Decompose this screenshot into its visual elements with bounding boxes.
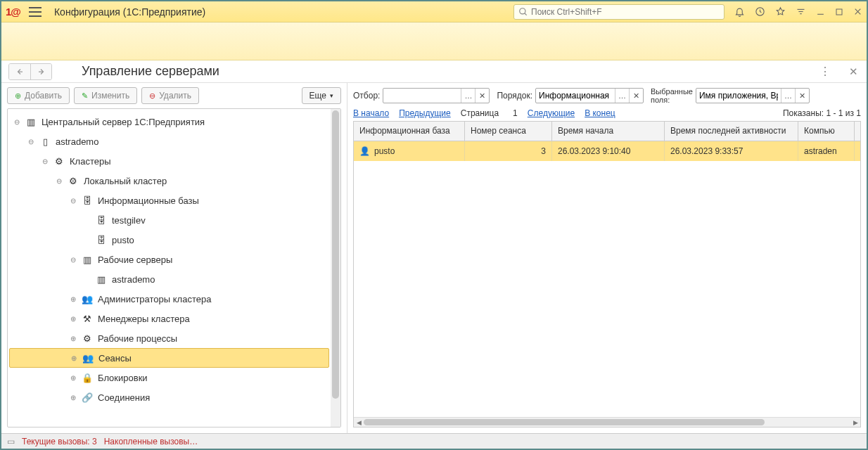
ellipsis-icon[interactable]: … (781, 89, 795, 103)
expand-icon[interactable]: ⊕ (68, 373, 78, 382)
th-start-time[interactable]: Время начала (552, 122, 665, 141)
order-combo[interactable]: … ✕ (535, 88, 644, 103)
table-row[interactable]: 👤pusto 3 26.03.2023 9:10:40 26.03.2023 9… (354, 141, 860, 161)
expand-icon[interactable]: ⊕ (68, 314, 78, 323)
page-last-link[interactable]: В конец (585, 108, 615, 118)
tree-node-work-servers[interactable]: ⊖▥Рабочие серверы (8, 250, 340, 269)
tree-label: testgilev (112, 215, 146, 226)
delete-button[interactable]: ⊖Удалить (141, 87, 199, 104)
clear-icon[interactable]: ✕ (795, 89, 809, 103)
pager: В начало Предыдущие Страница 1 Следующие… (353, 108, 861, 118)
cell-value: pusto (374, 146, 395, 156)
tree-label: Блокировки (98, 373, 148, 383)
th-last-activity[interactable]: Время последней активности (665, 122, 798, 141)
filter-label: Отбор: (353, 91, 380, 101)
th-computer[interactable]: Компью (798, 122, 855, 141)
nav-forward-button[interactable] (30, 64, 51, 79)
tree-node-db-pusto[interactable]: 🗄pusto (8, 230, 340, 250)
pencil-icon: ✎ (82, 91, 88, 101)
star-icon[interactable] (775, 6, 786, 17)
filter-group-fields: Выбранныеполя: … ✕ (651, 87, 810, 104)
edit-button[interactable]: ✎Изменить (74, 87, 137, 104)
tree-node-server-astrademo[interactable]: ▥astrademo (8, 269, 340, 289)
fields-input[interactable] (696, 91, 781, 101)
filter-input[interactable] (383, 91, 461, 101)
tree-label: Менеджеры кластера (98, 314, 190, 324)
th-session-num[interactable]: Номер сеанса (465, 122, 552, 141)
th-infobase[interactable]: Информационная база (354, 122, 465, 141)
tree-node-db-testgilev[interactable]: 🗄testgilev (8, 210, 340, 230)
page-menu-icon[interactable]: ⋮ (819, 65, 831, 78)
scroll-left-icon[interactable]: ◀ (354, 418, 364, 427)
clear-icon[interactable]: ✕ (629, 89, 643, 103)
horizontal-scrollbar[interactable]: ◀ ▶ (354, 417, 860, 427)
ellipsis-icon[interactable]: … (461, 89, 475, 103)
page-title: Управление серверами (82, 64, 219, 79)
expand-icon[interactable]: ⊕ (69, 353, 79, 363)
search-icon (518, 7, 528, 17)
more-label: Еще (309, 91, 326, 101)
bell-icon[interactable] (734, 6, 745, 17)
status-current-calls[interactable]: Текущие вызовы: 3 (22, 437, 97, 446)
tree-node-admins[interactable]: ⊕👥Администраторы кластера (8, 289, 340, 309)
history-icon[interactable] (755, 6, 765, 17)
filter-icon[interactable] (796, 6, 806, 17)
fields-combo[interactable]: … ✕ (696, 88, 810, 103)
scrollbar-thumb[interactable] (364, 419, 765, 425)
global-search[interactable] (513, 4, 725, 20)
tree-label: Информационные базы (98, 195, 199, 206)
filter-combo[interactable]: … ✕ (383, 88, 490, 103)
tree-label: Сеансы (98, 353, 132, 364)
page-first-link[interactable]: В начало (353, 108, 389, 118)
tree-node-local-cluster[interactable]: ⊖⚙Локальный кластер (8, 171, 340, 191)
status-acc-calls[interactable]: Накопленные вызовы… (104, 437, 198, 446)
clear-icon[interactable]: ✕ (475, 89, 489, 103)
collapse-icon[interactable]: ⊖ (68, 195, 78, 205)
minimize-icon[interactable] (816, 7, 825, 16)
order-input[interactable] (536, 91, 615, 101)
ellipsis-icon[interactable]: … (615, 89, 629, 103)
table-header: Информационная база Номер сеанса Время н… (354, 122, 860, 141)
table-body[interactable]: 👤pusto 3 26.03.2023 9:10:40 26.03.2023 9… (354, 141, 860, 417)
tree-node-clusters[interactable]: ⊖⚙Кластеры (8, 151, 340, 171)
collapse-icon[interactable]: ⊖ (26, 136, 36, 146)
collapse-icon[interactable]: ⊖ (68, 255, 78, 264)
tree-scrollbar[interactable] (331, 109, 340, 427)
nav-back-button[interactable] (9, 64, 30, 79)
collapse-icon[interactable]: ⊖ (40, 156, 50, 166)
collapse-icon[interactable]: ⊖ (54, 176, 64, 186)
servers-icon: ▥ (81, 255, 94, 265)
tree-node-managers[interactable]: ⊕⚒Менеджеры кластера (8, 309, 340, 328)
tree-node-connections[interactable]: ⊕🔗Соединения (8, 387, 340, 407)
add-button[interactable]: ⊕Добавить (7, 87, 70, 104)
page-close-icon[interactable]: ✕ (849, 65, 858, 78)
tree-root[interactable]: ⊖▥Центральный сервер 1С:Предприятия (8, 112, 340, 131)
users-icon: 👥 (82, 353, 94, 364)
tree-label: Рабочие процессы (98, 333, 177, 344)
tree-node-infobases[interactable]: ⊖🗄Информационные базы (8, 191, 340, 210)
expand-icon[interactable]: ⊕ (68, 392, 78, 402)
add-label: Добавить (25, 91, 62, 101)
tree-label: Администраторы кластера (98, 294, 211, 304)
page-next-link[interactable]: Следующие (528, 108, 575, 118)
search-input[interactable] (531, 7, 720, 17)
close-icon[interactable] (853, 7, 862, 16)
tree-label: pusto (112, 235, 134, 245)
tree-node-locks[interactable]: ⊕🔒Блокировки (8, 368, 340, 387)
scrollbar-thumb[interactable] (332, 110, 339, 399)
tree-node-agent[interactable]: ⊖▯astrademo (8, 131, 340, 151)
expand-icon[interactable]: ⊕ (68, 333, 78, 343)
expand-icon[interactable]: ⊕ (68, 294, 78, 304)
maximize-icon[interactable] (835, 8, 843, 16)
more-button[interactable]: Еще▾ (302, 87, 341, 104)
manager-icon: ⚒ (81, 314, 94, 324)
tree-node-processes[interactable]: ⊕⚙Рабочие процессы (8, 328, 340, 348)
collapse-icon[interactable]: ⊖ (12, 117, 22, 127)
tree-node-sessions[interactable]: ⊕👥Сеансы (9, 348, 329, 368)
tree-label: Соединения (98, 392, 150, 403)
server-tree[interactable]: ⊖▥Центральный сервер 1С:Предприятия ⊖▯as… (8, 109, 340, 427)
users-icon: 👥 (81, 294, 94, 304)
scroll-right-icon[interactable]: ▶ (850, 418, 860, 427)
page-prev-link[interactable]: Предыдущие (399, 108, 451, 118)
menu-icon[interactable] (29, 7, 42, 17)
